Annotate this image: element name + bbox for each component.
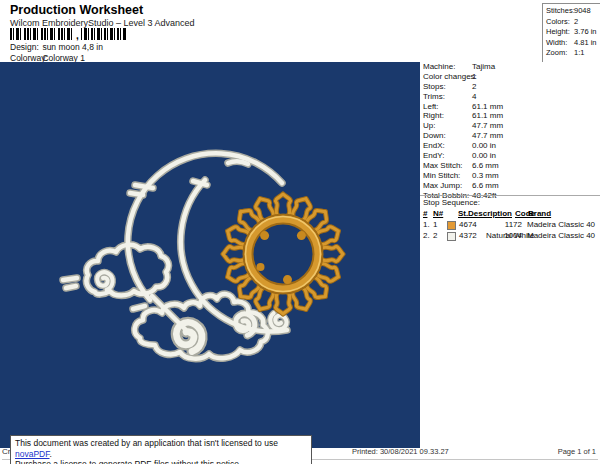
machine-value: Tajima bbox=[472, 62, 495, 71]
machine-value: 6.6 mm bbox=[472, 161, 499, 170]
barcode: , bbox=[10, 28, 127, 40]
machine-row: Color changes:1 bbox=[420, 72, 600, 82]
machine-value: 1 bbox=[472, 72, 476, 81]
summary-label: Colors: bbox=[546, 17, 570, 26]
row-thread-number: 4372 bbox=[459, 231, 477, 240]
machine-value: 0.00 in bbox=[472, 141, 496, 150]
moon-clouds-outline bbox=[63, 153, 288, 358]
machine-label: Trims: bbox=[423, 92, 445, 101]
row-num: 1. bbox=[423, 220, 430, 229]
col-header-stitch: St. bbox=[458, 209, 468, 218]
row-code: 1004 bbox=[502, 231, 522, 240]
summary-row: Width:4.81 in bbox=[543, 38, 600, 49]
machine-row: Min Stitch:0.3 mm bbox=[420, 171, 600, 181]
row-brand: Madeira Classic 40 bbox=[527, 231, 595, 240]
summary-label: Stitches: bbox=[546, 6, 575, 15]
thread-color-swatch bbox=[447, 232, 456, 241]
sun-moon-embroidery-design bbox=[0, 62, 420, 448]
production-worksheet-page: Production Worksheet Wilcom EmbroiderySt… bbox=[0, 0, 600, 464]
stop-sequence-divider bbox=[420, 195, 600, 196]
col-header-description: Description bbox=[468, 209, 512, 218]
machine-value: 6.6 mm bbox=[472, 181, 499, 190]
page-title: Production Worksheet bbox=[10, 3, 143, 17]
machine-row: EndX:0.00 in bbox=[420, 141, 600, 151]
col-header-brand: Brand bbox=[528, 209, 551, 218]
machine-row: Down:47.7 mm bbox=[420, 131, 600, 141]
summary-row: Colors:2 bbox=[543, 17, 600, 28]
machine-value: 0.00 in bbox=[472, 151, 496, 160]
printed-timestamp: Printed: 30/08/2021 09.33.27 bbox=[352, 447, 449, 456]
machine-row: Stops:2 bbox=[420, 82, 600, 92]
thread-color-swatch bbox=[447, 221, 456, 230]
license-notice: This document was created by an applicat… bbox=[10, 435, 312, 464]
notice-text-2: Purchase a license to generate PDF files… bbox=[15, 459, 241, 464]
summary-row: Stitches:9048 bbox=[543, 6, 600, 17]
machine-row: EndY:0.00 in bbox=[420, 151, 600, 161]
machine-label: Right: bbox=[423, 111, 444, 120]
machine-label: Min Stitch: bbox=[423, 171, 460, 180]
summary-value: 3.76 in bbox=[574, 27, 597, 36]
row-thread-number: 4674 bbox=[459, 220, 477, 229]
stop-sequence-row: 1. 1 4674 1172 Madeira Classic 40 bbox=[420, 220, 600, 230]
machine-value: 61.1 mm bbox=[472, 102, 503, 111]
summary-row: Zoom:1:1 bbox=[543, 48, 600, 59]
barcode-bars-right bbox=[81, 28, 127, 40]
machine-label: Machine: bbox=[423, 62, 455, 71]
notice-text-period: . bbox=[50, 449, 52, 459]
design-label: Design: bbox=[10, 42, 40, 52]
notice-text-1: This document was created by an applicat… bbox=[15, 438, 278, 448]
machine-value: 0.3 mm bbox=[472, 171, 499, 180]
summary-value: 2 bbox=[574, 17, 578, 26]
summary-label: Width: bbox=[546, 38, 567, 47]
col-header-num: # bbox=[423, 209, 427, 218]
design-summary-box: Stitches:9048 Colors:2 Height:3.76 in Wi… bbox=[542, 3, 600, 64]
machine-value: 47.7 mm bbox=[472, 121, 503, 130]
design-canvas bbox=[0, 62, 420, 448]
col-header-needle: N# bbox=[433, 209, 443, 218]
machine-label: Max Stitch: bbox=[423, 161, 463, 170]
summary-label: Zoom: bbox=[546, 48, 567, 57]
machine-row: Up:47.7 mm bbox=[420, 121, 600, 131]
row-num: 2. bbox=[423, 231, 430, 240]
machine-label: Stops: bbox=[423, 82, 446, 91]
summary-value: 4.81 in bbox=[574, 38, 597, 47]
page-number: Page 1 of 1 bbox=[558, 447, 596, 456]
barcode-bars-left bbox=[10, 28, 74, 40]
sun-motif bbox=[223, 194, 343, 314]
summary-value: 9048 bbox=[574, 6, 591, 15]
row-needle: 2 bbox=[433, 231, 437, 240]
stop-sequence-title: Stop Sequence: bbox=[423, 198, 480, 207]
machine-row: Trims:4 bbox=[420, 92, 600, 102]
machine-info-panel: Machine:Tajima Color changes:1 Stops:2 T… bbox=[420, 62, 600, 448]
machine-value: 47.7 mm bbox=[472, 131, 503, 140]
machine-label: Left: bbox=[423, 102, 439, 111]
summary-row: Height:3.76 in bbox=[543, 27, 600, 38]
machine-label: EndX: bbox=[423, 141, 445, 150]
design-value: sun moon 4,8 in bbox=[42, 42, 102, 52]
summary-label: Height: bbox=[546, 27, 570, 36]
stop-sequence-header: # N# St. Description Code Brand bbox=[420, 209, 600, 219]
machine-label: Max Jump: bbox=[423, 181, 462, 190]
summary-value: 1:1 bbox=[574, 48, 584, 57]
machine-label: EndY: bbox=[423, 151, 444, 160]
row-code: 1172 bbox=[502, 220, 522, 229]
machine-row: Max Jump:6.6 mm bbox=[420, 181, 600, 191]
machine-row: Left:61.1 mm bbox=[420, 102, 600, 112]
machine-label: Up: bbox=[423, 121, 435, 130]
machine-value: 2 bbox=[472, 82, 476, 91]
software-subtitle: Wilcom EmbroideryStudio – Level 3 Advanc… bbox=[10, 18, 195, 28]
machine-label: Color changes: bbox=[423, 72, 477, 81]
machine-value: 4 bbox=[472, 92, 476, 101]
machine-label: Down: bbox=[423, 131, 446, 140]
novapdf-link[interactable]: novaPDF bbox=[15, 449, 50, 459]
row-needle: 1 bbox=[433, 220, 437, 229]
barcode-comma: , bbox=[74, 32, 81, 40]
machine-row: Machine:Tajima bbox=[420, 62, 600, 72]
row-brand: Madeira Classic 40 bbox=[527, 220, 595, 229]
machine-row: Max Stitch:6.6 mm bbox=[420, 161, 600, 171]
machine-row: Right:61.1 mm bbox=[420, 111, 600, 121]
stop-sequence-row: 2. 2 4372 Natural White 1004 Madeira Cla… bbox=[420, 231, 600, 241]
machine-value: 61.1 mm bbox=[472, 111, 503, 120]
design-name-row: Design: sun moon 4,8 in bbox=[10, 42, 103, 52]
